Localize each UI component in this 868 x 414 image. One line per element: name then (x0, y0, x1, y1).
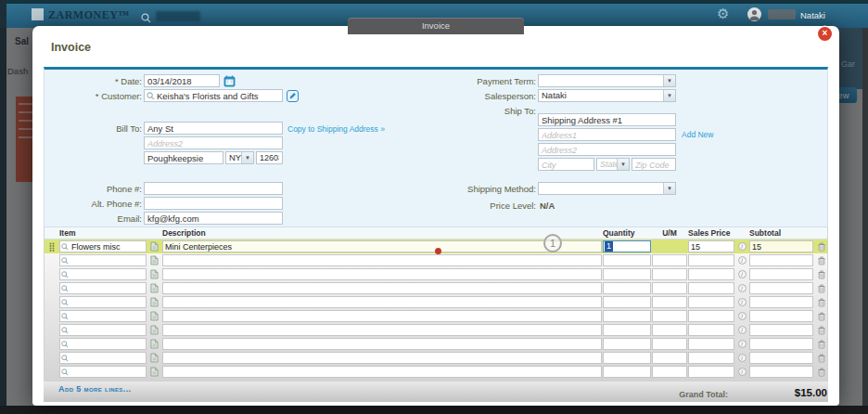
drag-handle[interactable] (45, 296, 58, 308)
description-input[interactable] (162, 240, 602, 252)
search-input[interactable] (156, 11, 200, 21)
invoice-tab[interactable]: Invoice (348, 18, 524, 34)
description-input[interactable] (162, 366, 602, 378)
delete-row-icon[interactable] (814, 324, 828, 336)
shipping-method-select[interactable]: ▼ (538, 182, 676, 195)
sales-price-input[interactable] (688, 352, 734, 364)
um-input[interactable] (652, 324, 687, 336)
note-icon[interactable] (147, 282, 161, 294)
avatar[interactable] (747, 7, 761, 21)
item-input[interactable] (70, 311, 145, 321)
delete-row-icon[interactable] (814, 254, 828, 266)
bill-address2-input[interactable] (144, 136, 283, 149)
sales-price-input[interactable] (688, 310, 734, 322)
note-icon[interactable] (147, 254, 161, 266)
description-input[interactable] (162, 254, 602, 266)
quantity-selection[interactable]: 1 (603, 240, 651, 252)
edit-customer-icon[interactable] (286, 89, 300, 102)
um-input[interactable] (652, 254, 687, 266)
quantity-input[interactable] (603, 324, 651, 336)
quantity-input[interactable] (603, 296, 651, 308)
drag-handle[interactable] (45, 310, 58, 322)
um-input[interactable] (652, 366, 687, 378)
sales-price-input[interactable] (688, 268, 734, 280)
drag-handle[interactable] (45, 254, 58, 266)
date-input[interactable] (144, 74, 220, 87)
quantity-input[interactable] (603, 310, 651, 322)
sales-price-input[interactable] (688, 282, 734, 294)
note-icon[interactable] (147, 338, 161, 350)
drag-handle[interactable] (45, 338, 58, 350)
note-icon[interactable] (147, 352, 161, 364)
sales-price-input[interactable] (688, 324, 734, 336)
payment-term-select[interactable]: ▼ (538, 74, 676, 87)
note-icon[interactable] (147, 240, 161, 252)
add-new-link[interactable]: Add New (682, 130, 714, 139)
um-input[interactable] (652, 296, 687, 308)
description-input[interactable] (162, 310, 602, 322)
email-input[interactable] (144, 212, 283, 225)
delete-row-icon[interactable] (814, 282, 828, 294)
drag-handle[interactable] (45, 352, 58, 364)
subtotal-input[interactable] (749, 268, 813, 280)
drag-handle[interactable] (45, 324, 58, 336)
calendar-icon[interactable] (223, 74, 236, 87)
note-icon[interactable] (147, 296, 161, 308)
alt-phone-input[interactable] (144, 197, 283, 210)
subtotal-input[interactable] (749, 296, 813, 308)
subtotal-input[interactable] (749, 352, 813, 364)
phone-input[interactable] (144, 182, 283, 195)
quantity-input[interactable] (603, 282, 651, 294)
um-input[interactable] (652, 268, 687, 280)
delete-row-icon[interactable] (814, 310, 828, 322)
subtotal-input[interactable] (749, 240, 813, 252)
um-input[interactable] (652, 310, 687, 322)
drag-handle[interactable] (45, 268, 58, 280)
description-input[interactable] (162, 296, 602, 308)
item-input[interactable] (70, 339, 145, 349)
quantity-input[interactable] (603, 254, 651, 266)
customer-input[interactable] (157, 91, 280, 101)
bill-zip-input[interactable] (256, 151, 283, 164)
item-input[interactable] (70, 353, 145, 363)
quantity-input[interactable] (603, 352, 651, 364)
quantity-input[interactable] (603, 366, 651, 378)
quantity-input[interactable] (603, 338, 651, 350)
description-input[interactable] (162, 352, 602, 364)
bill-state-select[interactable]: NY▼ (225, 151, 254, 164)
ship-city-input[interactable] (538, 158, 594, 171)
item-input[interactable] (70, 269, 145, 279)
item-input[interactable] (70, 297, 145, 307)
delete-row-icon[interactable] (814, 338, 828, 350)
description-input[interactable] (162, 282, 602, 294)
item-input[interactable] (70, 283, 145, 293)
description-input[interactable] (162, 268, 602, 280)
subtotal-input[interactable] (749, 338, 813, 350)
quantity-input[interactable] (603, 268, 651, 280)
sales-price-input[interactable] (688, 254, 734, 266)
sales-price-input[interactable] (688, 240, 734, 252)
subtotal-input[interactable] (749, 324, 813, 336)
user-name[interactable]: Nataki (800, 10, 825, 20)
note-icon[interactable] (147, 324, 161, 336)
subtotal-input[interactable] (749, 310, 813, 322)
sales-price-input[interactable] (688, 338, 734, 350)
drag-handle[interactable] (45, 366, 58, 378)
delete-row-icon[interactable] (814, 296, 828, 308)
ship-zip-input[interactable] (632, 158, 676, 171)
salesperson-select[interactable]: Nataki▼ (538, 89, 676, 102)
subtotal-input[interactable] (749, 282, 813, 294)
sales-price-input[interactable] (688, 366, 734, 378)
item-input[interactable] (70, 255, 145, 265)
bill-address1-input[interactable] (144, 122, 283, 135)
subtotal-input[interactable] (749, 254, 813, 266)
note-icon[interactable] (147, 366, 161, 378)
ship-address-name-input[interactable] (538, 113, 676, 126)
sales-price-input[interactable] (688, 296, 734, 308)
gear-icon[interactable]: ⚙ (717, 6, 729, 22)
ship-address2-input[interactable] (538, 143, 676, 156)
delete-row-icon[interactable] (814, 240, 828, 252)
note-icon[interactable] (147, 268, 161, 280)
copy-to-shipping-link[interactable]: Copy to Shipping Address » (287, 124, 385, 134)
drag-handle[interactable] (45, 282, 58, 294)
